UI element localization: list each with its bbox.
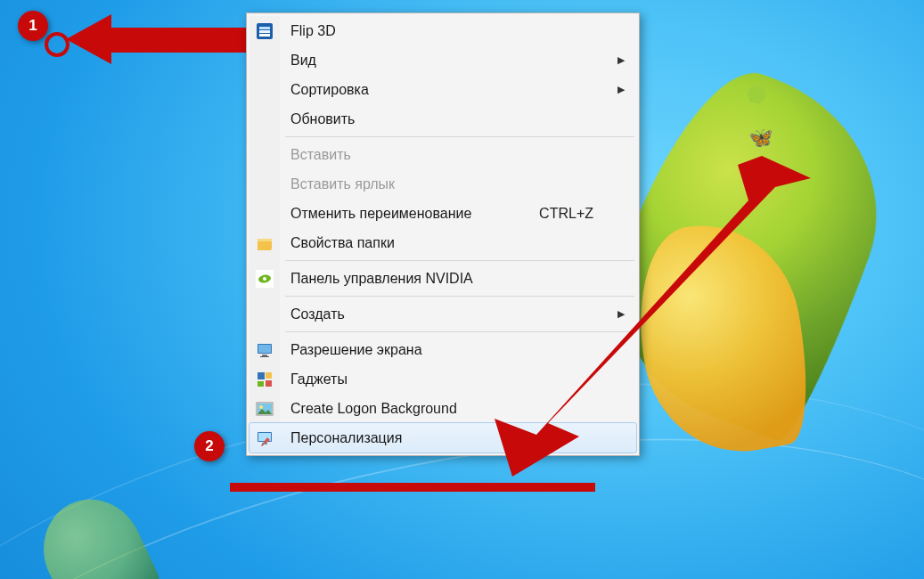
menu-separator bbox=[285, 136, 634, 137]
menu-item[interactable]: Create Logon Background bbox=[249, 394, 636, 423]
desktop[interactable]: 🦋 1 Flip 3DВид▶Сортировка▶ОбновитьВстави… bbox=[0, 0, 924, 579]
menu-item[interactable]: Разрешение экрана bbox=[249, 335, 636, 364]
menu-item[interactable]: Отменить переименованиеCTRL+Z bbox=[249, 199, 636, 228]
svg-rect-11 bbox=[260, 356, 269, 357]
menu-item[interactable]: Гаджеты bbox=[249, 364, 636, 394]
menu-item[interactable]: Создать▶ bbox=[249, 299, 636, 329]
menu-separator bbox=[285, 260, 634, 261]
svg-rect-5 bbox=[258, 239, 272, 241]
nvidia-icon bbox=[249, 270, 280, 288]
menu-separator bbox=[285, 296, 634, 297]
personalize-icon bbox=[249, 429, 280, 447]
annotation-target-ring bbox=[45, 32, 70, 57]
menu-item[interactable]: Панель управления NVIDIA bbox=[249, 264, 636, 293]
desktop-context-menu: Flip 3DВид▶Сортировка▶ОбновитьВставитьВс… bbox=[246, 12, 640, 456]
svg-rect-2 bbox=[259, 27, 270, 29]
svg-marker-0 bbox=[66, 14, 246, 64]
annotation-arrow-1 bbox=[62, 4, 249, 75]
menu-item-label: Сортировка bbox=[280, 82, 613, 98]
menu-item[interactable]: Свойства папки bbox=[249, 228, 636, 257]
menu-item-shortcut: CTRL+Z bbox=[539, 206, 613, 222]
svg-point-7 bbox=[263, 277, 266, 281]
gadgets-icon bbox=[249, 371, 280, 388]
menu-item-label: Свойства папки bbox=[280, 235, 613, 251]
menu-item-label: Вставить bbox=[280, 147, 613, 163]
svg-rect-21 bbox=[262, 443, 267, 444]
svg-rect-13 bbox=[266, 372, 272, 379]
annotation-underline bbox=[230, 483, 595, 492]
menu-item[interactable]: Сортировка▶ bbox=[249, 75, 636, 104]
menu-item-label: Обновить bbox=[280, 111, 613, 127]
svg-rect-9 bbox=[258, 345, 271, 353]
wallpaper-butterfly-icon: 🦋 bbox=[748, 126, 773, 150]
submenu-arrow-icon: ▶ bbox=[613, 84, 636, 95]
svg-rect-14 bbox=[258, 381, 264, 387]
wallpaper-hex bbox=[745, 83, 767, 105]
menu-item[interactable]: Flip 3D bbox=[249, 16, 636, 45]
menu-item-label: Разрешение экрана bbox=[280, 342, 613, 358]
menu-item-label: Гаджеты bbox=[280, 371, 613, 387]
svg-rect-15 bbox=[266, 380, 272, 387]
menu-item-label: Вставить ярлык bbox=[280, 176, 613, 192]
folder-icon bbox=[249, 234, 280, 252]
annotation-badge-1: 1 bbox=[18, 11, 48, 41]
svg-rect-12 bbox=[258, 372, 265, 379]
svg-rect-10 bbox=[262, 355, 267, 356]
menu-item: Вставить ярлык bbox=[249, 169, 636, 199]
menu-item-label: Персонализация bbox=[280, 430, 613, 446]
annotation-badge-2: 2 bbox=[194, 431, 225, 461]
svg-rect-3 bbox=[259, 30, 270, 33]
menu-item-label: Create Logon Background bbox=[280, 401, 613, 417]
menu-list: Flip 3DВид▶Сортировка▶ОбновитьВставитьВс… bbox=[249, 16, 636, 453]
menu-item-label: Создать bbox=[280, 306, 613, 322]
monitor-icon bbox=[249, 341, 280, 359]
submenu-arrow-icon: ▶ bbox=[613, 308, 636, 320]
menu-item-label: Flip 3D bbox=[280, 23, 613, 39]
menu-item-label: Вид bbox=[280, 53, 613, 69]
svg-point-18 bbox=[259, 405, 263, 409]
menu-item-label: Панель управления NVIDIA bbox=[280, 271, 613, 287]
svg-rect-4 bbox=[259, 34, 270, 37]
menu-item[interactable]: Обновить bbox=[249, 104, 636, 134]
picture-icon bbox=[249, 400, 280, 418]
flip3d-icon bbox=[249, 22, 280, 40]
submenu-arrow-icon: ▶ bbox=[613, 54, 636, 66]
menu-item-label: Отменить переименование bbox=[280, 206, 539, 222]
menu-item[interactable]: Персонализация bbox=[249, 422, 637, 453]
menu-separator bbox=[285, 331, 634, 332]
menu-item[interactable]: Вид▶ bbox=[249, 45, 636, 75]
menu-item: Вставить bbox=[249, 140, 636, 169]
